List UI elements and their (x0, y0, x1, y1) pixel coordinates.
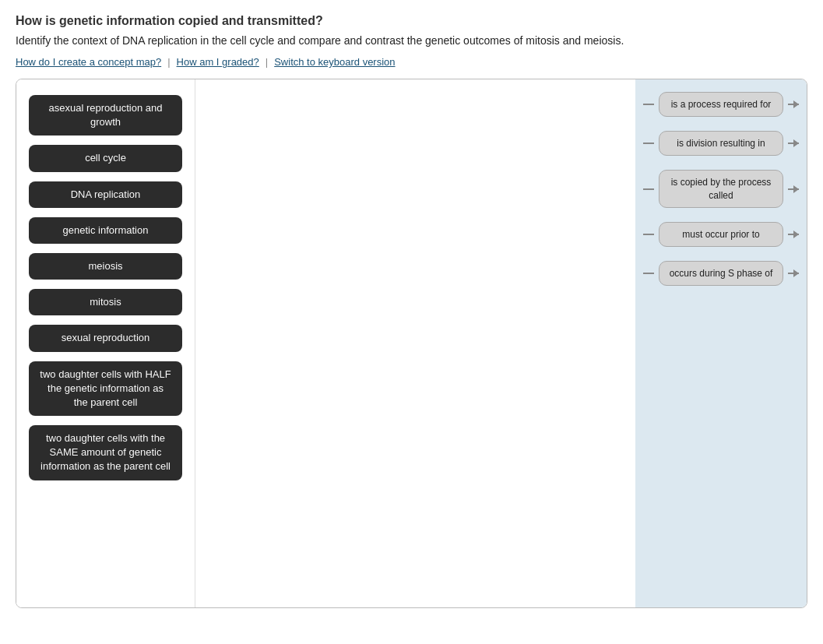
middle-panel[interactable] (195, 79, 635, 607)
connector-left-2 (643, 188, 654, 190)
relation-row-3: must occur prior to (643, 222, 799, 247)
node-dna[interactable]: DNA replication (29, 181, 182, 208)
connector-right-1 (788, 143, 799, 144)
rel-copied-by[interactable]: is copied by the process called (659, 170, 783, 207)
node-half[interactable]: two daughter cells with HALF the genetic… (29, 361, 182, 417)
connector-left-3 (643, 234, 654, 235)
node-same[interactable]: two daughter cells with the SAME amount … (29, 425, 182, 480)
concept-map-container: asexual reproduction and growth cell cyc… (16, 79, 807, 608)
connector-left-4 (643, 273, 654, 274)
relation-row-1: is division resulting in (643, 131, 799, 156)
rel-must-occur[interactable]: must occur prior to (659, 222, 783, 247)
relation-row-4: occurs during S phase of (643, 261, 799, 286)
node-cell-cycle[interactable]: cell cycle (29, 145, 182, 171)
connector-left-0 (643, 104, 654, 105)
node-sexual[interactable]: sexual reproduction (29, 325, 182, 351)
separator-1: | (167, 56, 170, 68)
rel-division-resulting[interactable]: is division resulting in (659, 131, 783, 156)
relation-row-2: is copied by the process called (643, 170, 799, 207)
connector-right-2 (788, 188, 799, 190)
relation-row-0: is a process required for (643, 92, 799, 117)
connector-left-1 (643, 143, 654, 144)
rel-occurs-during[interactable]: occurs during S phase of (659, 261, 783, 286)
right-panel: is a process required for is division re… (635, 79, 807, 607)
node-asexual[interactable]: asexual reproduction and growth (29, 95, 182, 135)
link-concept-map[interactable]: How do I create a concept map? (16, 56, 161, 68)
left-panel: asexual reproduction and growth cell cyc… (16, 79, 195, 607)
page-title: How is genetic information copied and tr… (16, 14, 807, 28)
connector-right-4 (788, 273, 799, 274)
page-subtitle: Identify the context of DNA replication … (16, 34, 807, 47)
link-graded[interactable]: How am I graded? (177, 56, 259, 68)
separator-2: | (266, 56, 268, 68)
node-mitosis[interactable]: mitosis (29, 289, 182, 315)
rel-process-required[interactable]: is a process required for (659, 92, 783, 117)
node-meiosis[interactable]: meiosis (29, 253, 182, 280)
link-keyboard[interactable]: Switch to keyboard version (274, 56, 395, 68)
connector-right-3 (788, 234, 799, 235)
connector-right-0 (788, 104, 799, 105)
links-bar: How do I create a concept map? | How am … (16, 56, 807, 68)
node-genetic[interactable]: genetic information (29, 217, 182, 244)
